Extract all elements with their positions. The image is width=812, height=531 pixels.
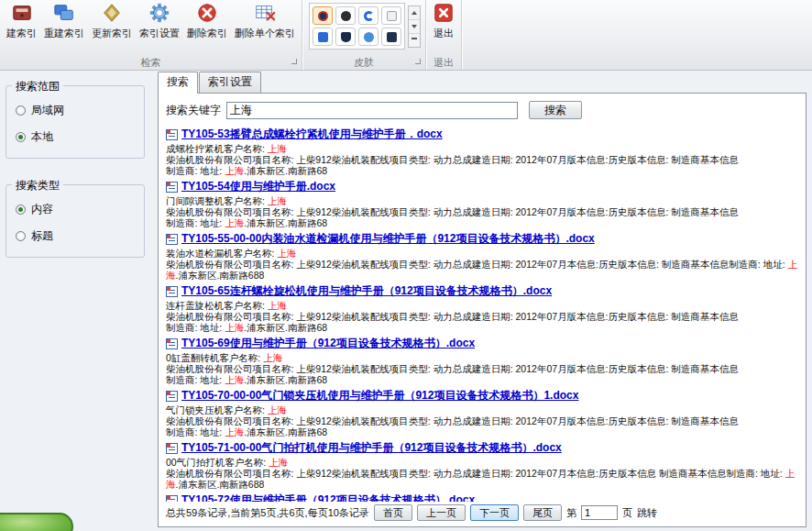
tab-search[interactable]: 搜索: [158, 72, 198, 94]
exit-button-label: 退出: [433, 27, 454, 40]
gallery-scroll-down-button[interactable]: [409, 20, 420, 34]
result-detail-line: 制造商: 地址: 上海.浦东新区.南新路68: [166, 322, 798, 333]
result-title-link[interactable]: TY105-72使用与维护手册（912项目设备技术规格书）.docx: [181, 492, 475, 502]
skin-theme-7-button[interactable]: [358, 28, 379, 46]
search-result: TY105-70-00-00气门锁夹压机使用与维护手册（912项目设备技术规格书…: [166, 388, 798, 437]
next-page-button[interactable]: 下一页: [470, 504, 519, 521]
status-bubble: [0, 513, 73, 531]
gallery-more-button[interactable]: [409, 34, 420, 47]
result-title-link[interactable]: TY105-65连杆螺栓旋松机使用与维护手册（912项目设备技术规格书）.doc…: [181, 283, 552, 299]
skin-theme-1-icon: [318, 11, 328, 21]
radio-icon[interactable]: [16, 105, 26, 116]
search-result: TY105-54使用与维护手册.docx 门间隙调整机客户名称: 上海柴油机股份…: [166, 179, 798, 228]
result-title-link[interactable]: TY105-54使用与维护手册.docx: [181, 179, 335, 194]
radio-option-0-1[interactable]: 本地: [14, 124, 137, 150]
result-title-link[interactable]: TY105-53摇臂总成螺栓拧紧机使用与维护手册．docx: [181, 127, 443, 142]
result-title-row: TY105-54使用与维护手册.docx: [166, 179, 798, 194]
result-title-row: TY105-69使用与维护手册（912项目设备技术规格书）.docx: [166, 336, 798, 351]
result-detail-line: 柴油机股份有限公司项目名称: 上柴912柴油机装配线项目类型: 动力总成建造日期…: [166, 468, 798, 490]
arrow-down-icon: [411, 25, 417, 28]
new-index-button[interactable]: 建索引: [3, 0, 40, 40]
delete-single-index-label: 删除单个索引: [235, 27, 295, 40]
page-number-input[interactable]: [581, 505, 618, 520]
result-detail-line: 柴油机股份有限公司项目名称: 上柴912柴油机装配线项目类型: 动力总成建造日期…: [166, 259, 798, 281]
skin-theme-4-button[interactable]: [381, 6, 401, 25]
skin-theme-2-icon: [341, 11, 351, 21]
radio-option-1-1[interactable]: 标题: [14, 223, 137, 249]
result-detail-line: 0缸盖翻转机客户名称: 上海: [166, 352, 798, 363]
search-keyword-label: 搜索关键字: [166, 103, 221, 118]
result-title-row: TY105-55-00-00内装油水道检漏机使用与维护手册（912项目设备技术规…: [166, 231, 798, 247]
index-settings-icon: [148, 2, 170, 24]
search-result: TY105-53摇臂总成螺栓拧紧机使用与维护手册．docx 成螺栓拧紧机客户名称…: [166, 127, 798, 176]
gallery-scroll-up-button[interactable]: [409, 6, 420, 20]
result-title-row: TY105-71-00-00气门拍打机使用与维护手册（912项目设备技术规格书）…: [166, 440, 798, 456]
tab-index-settings[interactable]: 索引设置: [199, 72, 261, 93]
update-index-button[interactable]: 更新索引: [88, 0, 136, 40]
new-index-icon: [11, 2, 33, 24]
delete-index-label: 删除索引: [187, 27, 227, 40]
radio-option-1-0[interactable]: 内容: [14, 196, 137, 223]
exit-button[interactable]: 退出: [429, 0, 458, 40]
result-title-link[interactable]: TY105-71-00-00气门拍打机使用与维护手册（912项目设备技术规格书）…: [181, 440, 562, 456]
jump-button[interactable]: 跳转: [637, 506, 657, 520]
result-details: 气门锁夹压机客户名称: 上海柴油机股份有限公司项目名称: 上柴912柴油机装配线…: [166, 404, 798, 437]
ribbon-group-exit: 退出 退出: [426, 0, 462, 70]
skin-theme-5-button[interactable]: [313, 28, 333, 46]
result-detail-line: 连杆盖旋松机客户名称: 上海: [166, 300, 798, 311]
search-result: TY105-55-00-00内装油水道检漏机使用与维护手册（912项目设备技术规…: [166, 231, 798, 281]
skin-theme-1-button[interactable]: [313, 6, 333, 25]
result-detail-line: 门间隙调整机客户名称: 上海: [166, 195, 798, 206]
delete-single-index-button[interactable]: 删除单个索引: [231, 0, 299, 40]
exit-icon: [433, 2, 455, 24]
update-index-icon: [101, 2, 123, 24]
dialog-launcher-icon[interactable]: [291, 59, 299, 66]
last-page-button[interactable]: 尾页: [523, 504, 562, 521]
dialog-launcher-icon[interactable]: [415, 59, 422, 66]
result-detail-line: 制造商: 地址: 上海.浦东新区.南新路68: [166, 217, 798, 228]
skin-theme-2-button[interactable]: [335, 6, 356, 25]
result-detail-line: 制造商: 地址: 上海.浦东新区.南新路68: [166, 165, 798, 176]
search-result: TY105-72使用与维护手册（912项目设备技术规格书）.docx: [166, 492, 798, 502]
radio-option-label: 标题: [31, 228, 53, 244]
ribbon-group-skin: 皮肤: [302, 0, 426, 70]
search-panel: 搜索关键字 搜索 TY105-53摇臂总成螺栓拧紧机使用与维护手册．docx 成…: [158, 93, 807, 527]
radio-option-label: 局域网: [31, 103, 64, 118]
skin-theme-4-icon: [387, 11, 397, 21]
result-detail-line: 柴油机股份有限公司项目名称: 上柴912柴油机装配线项目类型: 动力总成建造日期…: [166, 154, 798, 165]
radio-icon[interactable]: [16, 231, 26, 241]
sidebar-group: 搜索范围 局域网本地: [5, 85, 145, 159]
delete-index-button[interactable]: 删除索引: [183, 0, 231, 40]
skin-theme-8-button[interactable]: [381, 28, 401, 46]
skin-theme-3-icon: [364, 11, 374, 21]
skin-theme-6-button[interactable]: [335, 28, 356, 46]
result-title-link[interactable]: TY105-70-00-00气门锁夹压机使用与维护手册（912项目设备技术规格书…: [181, 388, 578, 404]
index-settings-button[interactable]: 索引设置: [136, 0, 183, 40]
prev-page-button[interactable]: 上一页: [417, 504, 466, 521]
document-icon: [166, 182, 178, 193]
ribbon-group-label-skin: 皮肤: [305, 56, 422, 70]
first-page-button[interactable]: 首页: [374, 504, 412, 521]
document-icon: [166, 495, 178, 503]
result-title-row: TY105-53摇臂总成螺栓拧紧机使用与维护手册．docx: [166, 127, 798, 142]
rebuild-index-button[interactable]: 重建索引: [40, 0, 88, 40]
more-icon: [411, 38, 417, 39]
radio-icon[interactable]: [16, 132, 26, 142]
skin-gallery-scrollbar: [408, 6, 421, 48]
skin-theme-8-icon: [387, 32, 397, 42]
search-input[interactable]: [226, 102, 518, 119]
result-details: 门间隙调整机客户名称: 上海柴油机股份有限公司项目名称: 上柴912柴油机装配线…: [166, 195, 798, 228]
radio-icon[interactable]: [16, 205, 26, 215]
result-title-link[interactable]: TY105-69使用与维护手册（912项目设备技术规格书）.docx: [181, 336, 475, 351]
result-details: 连杆盖旋松机客户名称: 上海柴油机股份有限公司项目名称: 上柴912柴油机装配线…: [166, 300, 798, 333]
content-area: 搜索范围 局域网本地 搜索类型 内容标题 搜索 索引设置 搜索关键字 搜索 TY…: [0, 71, 812, 531]
result-detail-line: 柴油机股份有限公司项目名称: 上柴912柴油机装配线项目类型: 动力总成建造日期…: [166, 311, 798, 322]
search-button[interactable]: 搜索: [529, 101, 582, 119]
document-icon: [166, 234, 178, 245]
radio-option-0-0[interactable]: 局域网: [14, 97, 137, 124]
delete-index-icon: [196, 2, 218, 24]
pagination: 总共59条记录,当前第5页,共6页,每页10条记录 首页 上一页 下一页 尾页 …: [159, 502, 806, 526]
result-title-link[interactable]: TY105-55-00-00内装油水道检漏机使用与维护手册（912项目设备技术规…: [181, 231, 595, 247]
result-detail-line: 柴油机股份有限公司项目名称: 上柴912柴油机装配线项目类型: 动力总成建造日期…: [166, 415, 798, 426]
skin-theme-3-button[interactable]: [358, 6, 379, 25]
